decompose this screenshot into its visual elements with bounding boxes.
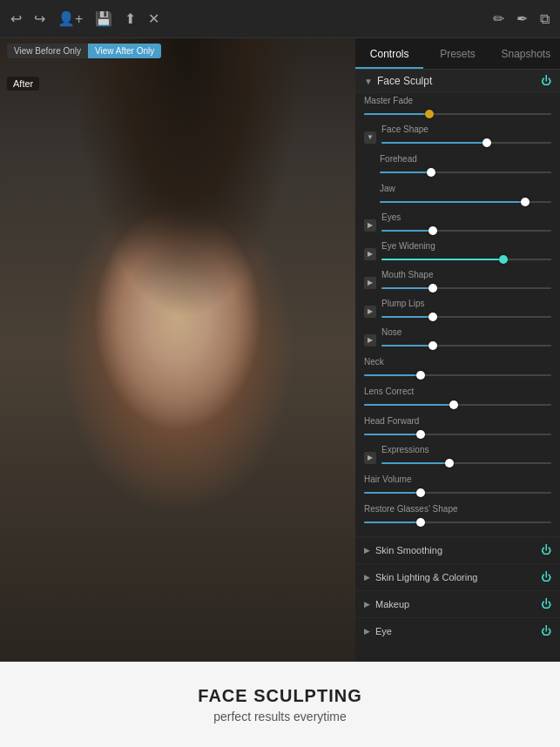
panel-tabs: Controls Presets Snapshots	[355, 38, 560, 70]
lens-correct-slider[interactable]	[364, 398, 551, 412]
face-sculpt-header: ▼ Face Sculpt ⏻	[355, 70, 560, 93]
expressions-row: ▶ Expressions	[355, 443, 560, 472]
caption-subtitle: perfect results everytime	[213, 710, 347, 723]
pen-icon[interactable]: ✒	[516, 10, 528, 27]
skin-lighting-label: Skin Lighting & Coloring	[375, 572, 541, 582]
skin-smoothing-power-icon[interactable]: ⏻	[541, 544, 551, 556]
mouth-shape-row: ▶ Mouth Shape	[355, 268, 560, 297]
head-forward-slider[interactable]	[364, 427, 551, 441]
plump-lips-row: ▶ Plump Lips	[355, 297, 560, 326]
eyes-row: ▶ Eyes	[355, 211, 560, 239]
jaw-row: Jaw	[355, 181, 560, 211]
face-sculpt-title: Face Sculpt	[377, 75, 541, 87]
mouth-shape-slider[interactable]	[381, 281, 551, 295]
skin-lighting-chevron: ▶	[364, 573, 370, 582]
view-before-button[interactable]: View Before Only	[7, 44, 88, 58]
face-sculpt-chevron[interactable]: ▼	[364, 77, 373, 86]
nose-label: Nose	[381, 327, 551, 337]
layers-icon[interactable]: ⧉	[540, 11, 550, 27]
master-fade-label: Master Fade	[364, 96, 551, 105]
nose-slider[interactable]	[381, 339, 551, 353]
neck-slider[interactable]	[364, 368, 551, 382]
save-icon[interactable]: 💾	[95, 10, 112, 27]
eyes-label: Eyes	[381, 212, 551, 222]
photo-placeholder	[0, 38, 355, 662]
forehead-slider[interactable]	[380, 165, 551, 179]
face-simulation	[0, 38, 355, 662]
face-shape-chevron[interactable]: ▼	[364, 131, 376, 144]
add-person-icon[interactable]: 👤+	[57, 10, 83, 27]
redo-icon[interactable]: ↪	[34, 10, 45, 27]
lens-correct-label: Lens Correct	[364, 387, 551, 396]
mouth-shape-label: Mouth Shape	[381, 270, 551, 279]
tab-presets[interactable]: Presets	[423, 38, 491, 69]
controls-scroll[interactable]: ▼ Face Sculpt ⏻ Master Fade	[355, 70, 560, 662]
hair-volume-slider[interactable]	[364, 486, 551, 500]
master-fade-slider[interactable]	[364, 107, 551, 121]
tab-snapshots[interactable]: Snapshots	[492, 38, 560, 69]
eye-widening-chevron[interactable]: ▶	[364, 248, 376, 260]
tab-controls[interactable]: Controls	[355, 38, 423, 69]
app-container: ↩ ↪ 👤+ 💾 ⬆ ✕ ✏ ✒ ⧉ View Before Only View…	[0, 0, 560, 662]
head-forward-row: Head Forward	[355, 414, 560, 443]
eyes-chevron[interactable]: ▶	[364, 219, 376, 232]
plump-lips-chevron[interactable]: ▶	[364, 306, 376, 318]
head-forward-label: Head Forward	[364, 416, 551, 426]
plump-lips-label: Plump Lips	[381, 299, 551, 308]
eye-chevron: ▶	[364, 627, 370, 636]
jaw-label: Jaw	[380, 184, 551, 193]
face-shape-label: Face Shape	[381, 124, 551, 134]
restore-glasses-row: Restore Glasses' Shape	[355, 501, 560, 531]
forehead-row: Forehead	[355, 151, 560, 181]
expressions-slider[interactable]	[381, 456, 551, 470]
mouth-shape-chevron[interactable]: ▶	[364, 277, 376, 289]
lens-correct-row: Lens Correct	[355, 384, 560, 414]
main-area: View Before Only View After Only After C…	[0, 38, 560, 662]
makeup-label: Makeup	[375, 599, 541, 609]
face-shape-slider[interactable]	[381, 136, 551, 150]
face-shape-row: ▼ Face Shape	[355, 123, 560, 151]
makeup-power-icon[interactable]: ⏻	[541, 598, 551, 610]
toolbar: ↩ ↪ 👤+ 💾 ⬆ ✕ ✏ ✒ ⧉	[0, 0, 560, 38]
eye-widening-slider[interactable]	[381, 252, 551, 266]
skin-lighting-section[interactable]: ▶ Skin Lighting & Coloring ⏻	[355, 563, 560, 590]
after-label: After	[7, 77, 39, 91]
skin-lighting-power-icon[interactable]: ⏻	[541, 571, 551, 583]
eye-power-icon[interactable]: ⏻	[541, 625, 551, 637]
neck-label: Neck	[364, 357, 551, 367]
close-icon[interactable]: ✕	[148, 10, 159, 27]
makeup-section[interactable]: ▶ Makeup ⏻	[355, 590, 560, 617]
hair-volume-row: Hair Volume	[355, 472, 560, 501]
controls-panel: Controls Presets Snapshots ▼ Face Sculpt…	[355, 38, 560, 662]
expressions-chevron[interactable]: ▶	[364, 452, 376, 464]
plump-lips-slider[interactable]	[381, 310, 551, 324]
caption-area: FACE SCULPTING perfect results everytime	[0, 662, 560, 747]
view-after-button[interactable]: View After Only	[88, 44, 161, 58]
brush-icon[interactable]: ✏	[493, 10, 504, 27]
eye-widening-label: Eye Widening	[381, 241, 551, 251]
nose-row: ▶ Nose	[355, 326, 560, 354]
restore-glasses-slider[interactable]	[364, 515, 551, 529]
master-fade-row: Master Fade	[355, 93, 560, 123]
restore-glasses-label: Restore Glasses' Shape	[364, 504, 551, 514]
jaw-slider[interactable]	[380, 195, 551, 209]
photo-panel: View Before Only View After Only After	[0, 38, 355, 662]
eye-section[interactable]: ▶ Eye ⏻	[355, 617, 560, 644]
skin-smoothing-label: Skin Smoothing	[375, 545, 541, 555]
skin-smoothing-chevron: ▶	[364, 546, 370, 555]
skin-smoothing-section[interactable]: ▶ Skin Smoothing ⏻	[355, 536, 560, 563]
nose-chevron[interactable]: ▶	[364, 334, 376, 347]
forehead-label: Forehead	[380, 154, 551, 164]
caption-title: FACE SCULPTING	[198, 686, 361, 706]
undo-icon[interactable]: ↩	[10, 10, 22, 27]
neck-row: Neck	[355, 354, 560, 384]
eyes-slider[interactable]	[381, 224, 551, 238]
eye-widening-row: ▶ Eye Widening	[355, 239, 560, 268]
view-toggle: View Before Only View After Only	[7, 44, 161, 58]
expressions-label: Expressions	[381, 445, 551, 454]
face-sculpt-power-icon[interactable]: ⏻	[541, 75, 551, 87]
makeup-chevron: ▶	[364, 600, 370, 609]
hair-volume-label: Hair Volume	[364, 474, 551, 484]
share-icon[interactable]: ⬆	[125, 10, 136, 27]
eye-label: Eye	[375, 626, 541, 636]
